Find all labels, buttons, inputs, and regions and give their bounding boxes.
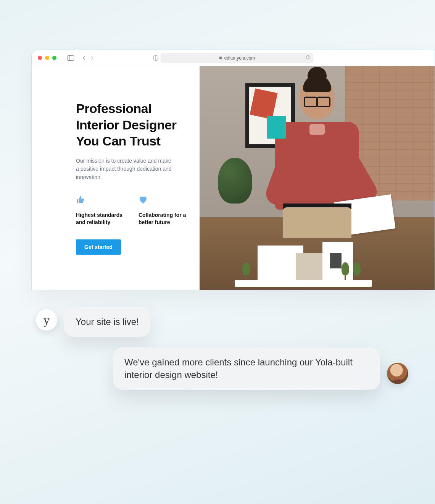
hero-subtext: Our mission is to create value and make … <box>76 157 175 182</box>
sidebar-toggle-icon[interactable] <box>67 55 74 61</box>
feature-collab-label: Collaborating for a better future <box>139 212 188 226</box>
feature-row: Highest standards and reliability Collab… <box>76 195 190 226</box>
chat-row-yola: y Your site is live! <box>36 307 408 337</box>
thumbs-up-icon <box>76 195 126 206</box>
browser-titlebar: editor.yola.com <box>32 50 435 66</box>
chat-message-1: Your site is live! <box>76 317 139 327</box>
user-avatar <box>387 363 408 384</box>
address-bar-group: editor.yola.com <box>153 53 313 63</box>
nav-arrows <box>82 56 94 60</box>
testimonial-chat: y Your site is live! We've gained more c… <box>36 307 408 401</box>
chat-bubble-live: Your site is live! <box>64 307 150 337</box>
chat-message-2: We've gained more clients since launchin… <box>124 357 353 380</box>
yola-avatar-letter: y <box>44 313 50 327</box>
page-content: Professional Interior Designer You Can T… <box>32 66 435 290</box>
feature-standards-label: Highest standards and reliability <box>76 212 126 226</box>
maximize-window-button[interactable] <box>52 56 56 60</box>
hero-image <box>200 66 435 290</box>
address-bar-url: editor.yola.com <box>224 55 255 61</box>
traffic-lights <box>38 56 56 60</box>
hero-headline: Professional Interior Designer You Can T… <box>76 100 190 149</box>
reload-button[interactable] <box>305 55 310 61</box>
back-button[interactable] <box>82 56 86 60</box>
chat-bubble-testimonial: We've gained more clients since launchin… <box>113 347 380 390</box>
yola-avatar: y <box>36 309 57 331</box>
forward-button[interactable] <box>90 56 94 60</box>
lock-icon <box>219 56 222 60</box>
get-started-button[interactable]: Get started <box>76 239 121 255</box>
browser-window: editor.yola.com Professional Interior De… <box>31 50 435 290</box>
heart-icon <box>139 195 188 206</box>
svg-rect-3 <box>219 57 222 59</box>
chat-row-user: We've gained more clients since launchin… <box>36 347 408 390</box>
feature-standards: Highest standards and reliability <box>76 195 126 226</box>
hero-left: Professional Interior Designer You Can T… <box>32 66 200 290</box>
privacy-shield-icon[interactable] <box>153 55 158 61</box>
close-window-button[interactable] <box>38 56 42 60</box>
svg-rect-0 <box>68 55 74 60</box>
address-bar[interactable]: editor.yola.com <box>161 53 313 63</box>
feature-collab: Collaborating for a better future <box>139 195 188 226</box>
minimize-window-button[interactable] <box>45 56 49 60</box>
